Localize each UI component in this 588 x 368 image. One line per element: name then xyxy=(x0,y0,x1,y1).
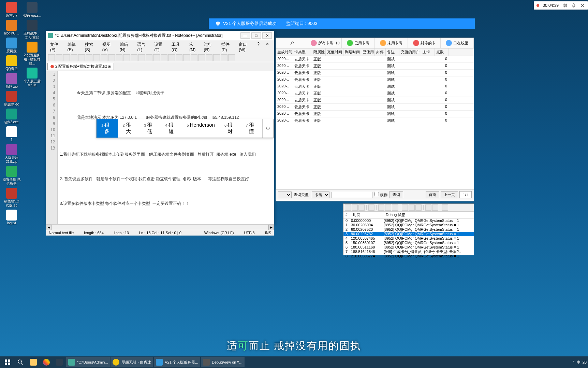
desktop-icon[interactable]: 源码.zip xyxy=(1,73,22,89)
th[interactable]: 封停 xyxy=(375,48,386,56)
scroll-left-icon[interactable]: ◀ xyxy=(46,225,52,230)
speaker-icon[interactable] xyxy=(562,3,568,8)
table-row[interactable]: 2020-..云盾天卡正版测试0 xyxy=(276,83,474,90)
pinned-app[interactable] xyxy=(53,357,65,367)
dv-save-icon[interactable] xyxy=(352,204,358,211)
debug-row[interactable]: 7188.51641846[948] 生成卡号_销售员: 代理号 卡类型: 云盾… xyxy=(343,250,474,254)
th[interactable]: 充值时间 xyxy=(326,48,343,56)
tool-zoom-in-icon[interactable] xyxy=(153,54,160,61)
tool-save-icon[interactable] xyxy=(63,54,70,61)
desktop-icon[interactable]: 王牌战争：文 明重启 xyxy=(22,20,42,40)
menu-encoding[interactable]: 编码(N) xyxy=(118,41,134,53)
menu-settings[interactable]: 设置(T) xyxy=(152,41,168,53)
menu-file[interactable]: 文件(F) xyxy=(48,41,64,53)
tool-folding-icon[interactable] xyxy=(198,54,205,61)
tray-expand-icon[interactable]: ^ xyxy=(573,360,575,364)
ime-candidate[interactable]: 2很大 xyxy=(118,119,139,138)
scroll-right-icon[interactable]: ▶ xyxy=(268,225,274,230)
close-button[interactable]: ✕ xyxy=(262,32,272,39)
taskbar-task[interactable]: DebugView on \\... xyxy=(201,357,245,367)
scrollbar[interactable]: ◀ ▶ xyxy=(46,224,274,230)
query-input[interactable] xyxy=(332,192,372,198)
tool-open-icon[interactable] xyxy=(56,54,62,61)
dv-open-icon[interactable] xyxy=(345,204,351,211)
desktop-icon[interactable]: log.txt xyxy=(1,210,22,225)
file-tab[interactable]: 2.配置服务端+模板对接设置.txt ⊠ xyxy=(47,63,114,70)
dv-history-icon[interactable] xyxy=(432,204,438,211)
desktop-icon[interactable]: 级模块9.2 式版.ec xyxy=(1,188,22,208)
close-icon[interactable] xyxy=(580,3,585,8)
table-row[interactable]: 2020-..云盾天卡正版测试0 xyxy=(276,63,474,70)
dv-filter-icon[interactable] xyxy=(442,204,448,211)
ime-candidate[interactable]: 4很短 xyxy=(161,119,182,138)
th[interactable]: 主卡 xyxy=(421,48,435,56)
desktop-icon[interactable]: 个人版云盾 V21B xyxy=(22,68,42,87)
desktop-icon[interactable]: 制删除.ec xyxy=(1,91,22,107)
menu-tools[interactable]: 工具(O) xyxy=(170,41,186,53)
dv-scroll-icon[interactable] xyxy=(392,204,398,211)
fuzzy-checkbox[interactable]: 模糊 xyxy=(374,192,387,198)
table-row[interactable]: 2020-..云盾天卡正版测试0 xyxy=(276,117,474,124)
dv-find-icon[interactable] xyxy=(368,204,374,211)
filter-dropdown[interactable] xyxy=(278,192,292,198)
table-row[interactable]: 2020-..云盾天卡正版测试0 xyxy=(276,90,474,97)
menu-run[interactable]: 运行(R) xyxy=(202,41,218,53)
table-row[interactable]: 2020-..云盾天卡正版测试0 xyxy=(276,56,474,63)
th[interactable]: 卡类型 xyxy=(293,48,312,56)
scroll-track[interactable] xyxy=(52,225,268,230)
query-type-select[interactable]: 卡号 xyxy=(312,192,329,198)
tool-new-icon[interactable] xyxy=(48,54,55,61)
menu-window[interactable]: 窗口(W) xyxy=(237,41,254,53)
tool-redo-icon[interactable] xyxy=(131,54,137,61)
desktop-icon[interactable]: aloginCl... xyxy=(1,20,22,36)
dv-print-icon[interactable] xyxy=(358,204,365,211)
dv-th[interactable]: # xyxy=(343,212,351,217)
browser-button[interactable] xyxy=(40,357,53,367)
tab-used-cards[interactable]: 已用卡号 xyxy=(342,38,375,48)
dv-font-icon[interactable] xyxy=(425,204,431,211)
th[interactable]: 到期时间 xyxy=(343,48,361,56)
explorer-button[interactable] xyxy=(27,357,40,367)
desktop-icon[interactable]: 人版云盾 21B.zip xyxy=(1,144,22,164)
tool-closeall-icon[interactable] xyxy=(86,54,92,61)
minimize-button[interactable]: — xyxy=(240,32,250,39)
debugview-body[interactable]: 00.00000000[8952] QQ|PCMgr QMRGetSystemS… xyxy=(343,218,474,258)
prev-page-button[interactable]: 上一页 xyxy=(441,191,458,198)
table-row[interactable]: 2020-..云盾天卡正版测试0 xyxy=(276,111,474,117)
dv-clear-icon[interactable] xyxy=(378,204,384,211)
dv-th[interactable]: 时间 xyxy=(351,212,384,217)
desktop-icon[interactable]: 2.配置服务端 +模板对接... xyxy=(22,42,42,66)
search-button[interactable]: 查询 xyxy=(389,191,403,198)
ime-emoji-button[interactable]: ☺ xyxy=(262,119,273,138)
tray-ime[interactable]: 中 xyxy=(577,360,580,365)
editor-content[interactable]: 今天是第二节课 服务端的配置 和源码对接例子 我是本地演示 本地IP为 127.… xyxy=(58,71,274,224)
dv-capture-icon[interactable] xyxy=(385,204,391,211)
dv-time-icon[interactable] xyxy=(409,204,415,211)
tab-banned-cards[interactable]: 封停的卡 xyxy=(408,38,441,48)
taskbar-task[interactable]: 厚颜无耻 - 曲肖冰 xyxy=(111,357,153,367)
tool-allchars-icon[interactable] xyxy=(183,54,190,61)
th[interactable]: 已使用 xyxy=(361,48,375,56)
mic-icon[interactable] xyxy=(571,3,576,8)
menu-edit[interactable]: 编辑(E) xyxy=(65,41,82,53)
debug-row[interactable]: 130.00205994[8952] QQ|PCMgr QMRGetSystem… xyxy=(343,223,474,227)
tool-sync-icon[interactable] xyxy=(168,54,175,61)
debug-row[interactable]: 5150.00360107[8952] QQ|PCMgr QMRGetSyste… xyxy=(343,241,474,245)
search-button[interactable] xyxy=(14,357,27,367)
debug-row[interactable]: 4120.00307465[8952] QQ|PCMgr QMRGetSyste… xyxy=(343,236,474,241)
tool-saveall-icon[interactable] xyxy=(71,54,77,61)
debug-row[interactable]: 260.00207520[8952] QQ|PCMgr QMRGetSystem… xyxy=(343,227,474,232)
desktop-icon[interactable]: 1 xyxy=(1,126,22,142)
table-row[interactable]: 2020-..云盾天卡正版测试0 xyxy=(276,70,474,76)
tool-undo-icon[interactable] xyxy=(123,54,130,61)
desktop-icon[interactable]: 度网盘 xyxy=(1,38,22,53)
tab-unused-cards[interactable]: 未用卡号 xyxy=(375,38,408,48)
th[interactable]: 备注 xyxy=(386,48,399,56)
tool-stop-icon[interactable] xyxy=(221,54,227,61)
menu-macro[interactable]: 宏(M) xyxy=(187,41,200,53)
th[interactable]: 附属性 xyxy=(312,48,326,56)
tool-cut-icon[interactable] xyxy=(101,54,107,61)
desktop-icon[interactable]: 语言5.7 xyxy=(1,2,22,18)
titlebar[interactable]: *C:\Users\Administrator\Desktop\2.配置服务端+… xyxy=(46,31,274,40)
tab-close-x[interactable]: ✕ xyxy=(263,41,272,53)
